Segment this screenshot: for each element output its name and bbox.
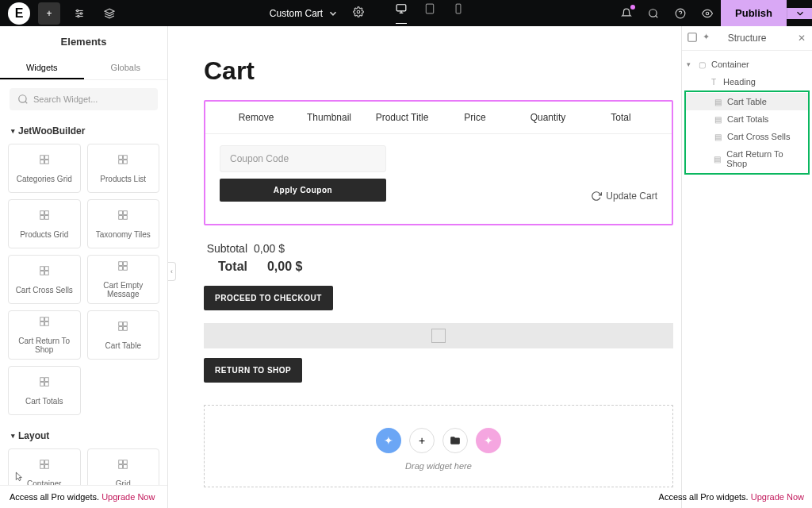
svg-rect-60 — [119, 460, 123, 464]
svg-rect-40 — [119, 262, 123, 266]
apply-coupon-button[interactable]: Apply Coupon — [220, 179, 386, 202]
cross-sells-placeholder[interactable] — [204, 323, 673, 348]
svg-rect-64 — [688, 33, 697, 42]
return-to-shop-button[interactable]: RETURN TO SHOP — [204, 358, 302, 383]
publish-dropdown[interactable] — [787, 8, 812, 19]
elementor-logo[interactable]: E — [8, 2, 30, 25]
tree-cross-sells[interactable]: ▤Cart Cross Sells — [686, 128, 808, 145]
tab-widgets[interactable]: Widgets — [0, 57, 84, 79]
svg-rect-41 — [124, 262, 128, 266]
svg-rect-23 — [44, 160, 48, 164]
notifications-icon[interactable] — [613, 0, 640, 26]
help-icon[interactable] — [667, 0, 694, 26]
svg-rect-20 — [40, 155, 44, 159]
svg-rect-36 — [40, 266, 44, 270]
widget-cart-totals[interactable]: Cart Totals — [8, 366, 81, 415]
widget-products-list[interactable]: Products List — [87, 144, 160, 193]
svg-rect-59 — [44, 464, 48, 468]
tree-container[interactable]: ▾ ▢ Container — [682, 56, 812, 73]
checkout-button[interactable]: PROCEED TO CHECKOUT — [204, 286, 333, 310]
col-product-title: Product Title — [366, 112, 439, 123]
ai-icon[interactable]: ✦ — [703, 32, 710, 44]
close-structure-icon[interactable]: ✕ — [798, 33, 806, 44]
svg-rect-56 — [40, 460, 44, 464]
col-thumbnail: Thumbnail — [293, 112, 366, 123]
publish-button[interactable]: Publish — [721, 0, 787, 26]
subtotal-label: Subtotal — [204, 242, 247, 255]
upgrade-footer-left: Access all Pro widgets. Upgrade Now — [0, 485, 167, 508]
svg-rect-31 — [44, 215, 48, 219]
page-settings-icon[interactable] — [353, 6, 364, 20]
svg-rect-29 — [44, 210, 48, 214]
widget-taxonomy-tiles[interactable]: Taxonomy Tiles — [87, 199, 160, 248]
widget-cart-table[interactable]: Cart Table — [87, 310, 160, 360]
svg-rect-48 — [119, 321, 123, 325]
navigator-icon[interactable] — [687, 32, 698, 44]
tree-cart-table[interactable]: ▤Cart Table — [686, 93, 808, 110]
svg-rect-11 — [427, 4, 434, 13]
section-jetwoobuilder[interactable]: ▾JetWooBuilder — [0, 118, 167, 144]
svg-rect-57 — [44, 460, 48, 464]
structure-title: Structure — [728, 33, 767, 44]
svg-rect-21 — [44, 155, 48, 159]
upgrade-link-right[interactable]: Upgrade Now — [751, 492, 804, 502]
svg-rect-63 — [124, 464, 128, 468]
layers-icon[interactable] — [98, 2, 121, 25]
svg-rect-33 — [124, 210, 128, 214]
svg-rect-26 — [119, 160, 123, 164]
add-element-button[interactable]: + — [38, 2, 60, 25]
device-mobile-icon[interactable] — [453, 3, 464, 24]
svg-point-17 — [706, 12, 709, 15]
drop-zone[interactable]: ✦ + ✦ Drag widget here — [204, 405, 673, 487]
upgrade-link[interactable]: Upgrade Now — [102, 492, 155, 502]
svg-rect-44 — [40, 318, 44, 321]
svg-line-14 — [656, 15, 658, 17]
svg-rect-45 — [44, 318, 48, 321]
topbar: E + Custom Cart Publish — [0, 0, 812, 26]
widget-products-grid[interactable]: Products Grid — [8, 199, 81, 248]
svg-rect-12 — [456, 4, 461, 13]
settings-icon[interactable] — [68, 2, 90, 25]
total-value: 0,00 $ — [267, 260, 302, 274]
widget-cart-return-to-shop[interactable]: Cart Return To Shop — [8, 310, 81, 360]
device-desktop-icon[interactable] — [396, 3, 407, 24]
cart-table-widget[interactable]: Remove Thumbnail Product Title Price Qua… — [204, 100, 673, 225]
svg-rect-52 — [40, 377, 44, 381]
sidebar-right: ✦ Structure ✕ ▾ ▢ Container THeading ▤Ca… — [681, 26, 812, 508]
svg-rect-49 — [124, 321, 128, 325]
svg-rect-28 — [40, 210, 44, 214]
svg-rect-30 — [40, 215, 44, 219]
tab-globals[interactable]: Globals — [84, 57, 168, 79]
svg-rect-39 — [44, 271, 48, 275]
coupon-input[interactable]: Coupon Code — [220, 145, 386, 172]
svg-rect-38 — [40, 271, 44, 275]
update-cart-button[interactable]: Update Cart — [591, 190, 657, 202]
tree-heading[interactable]: THeading — [682, 73, 812, 90]
tree-cart-totals[interactable]: ▤Cart Totals — [686, 110, 808, 128]
sidebar-collapse-handle[interactable]: ‹ — [168, 262, 176, 281]
dz-magic-button[interactable]: ✦ — [376, 428, 401, 453]
svg-rect-35 — [124, 215, 128, 219]
subtotal-value: 0,00 $ — [254, 242, 285, 255]
dz-folder-button[interactable] — [442, 428, 468, 453]
page-name-dropdown[interactable]: Custom Cart — [270, 8, 339, 19]
svg-point-7 — [357, 10, 360, 13]
widget-cart-empty-message[interactable]: Cart Empty Message — [87, 255, 160, 304]
sidebar-title: Elements — [0, 26, 167, 57]
search-icon[interactable] — [640, 0, 667, 26]
dz-sparkle-button[interactable]: ✦ — [476, 428, 501, 453]
svg-rect-42 — [119, 267, 123, 271]
device-tablet-icon[interactable] — [424, 3, 435, 24]
svg-rect-54 — [40, 382, 44, 386]
svg-rect-47 — [44, 322, 48, 326]
preview-icon[interactable] — [694, 0, 721, 26]
svg-rect-25 — [124, 155, 128, 159]
tree-return-to-shop[interactable]: ▤Cart Return To Shop — [686, 145, 808, 172]
dz-add-button[interactable]: + — [409, 428, 435, 453]
col-quantity: Quantity — [511, 112, 584, 123]
section-layout[interactable]: ▾Layout — [0, 423, 167, 448]
svg-rect-22 — [40, 160, 44, 164]
widget-cart-cross-sells[interactable]: Cart Cross Sells — [8, 255, 81, 304]
search-input[interactable]: Search Widget... — [10, 88, 158, 110]
widget-categories-grid[interactable]: Categories Grid — [8, 144, 81, 193]
